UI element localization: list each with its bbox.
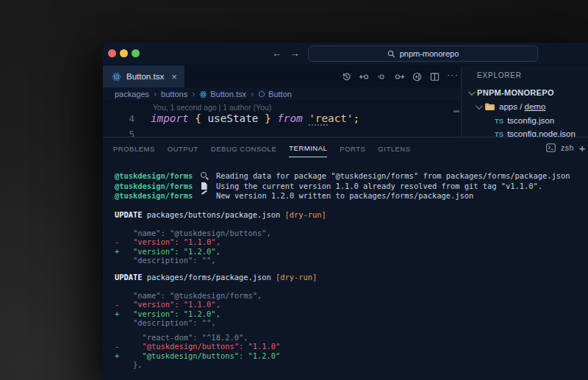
explorer-title: EXPLORER [477,71,522,79]
breadcrumb-file-label: Button.tsx [210,90,246,98]
more-actions-icon[interactable]: ··· [447,71,459,82]
terminal-line: "name": "@tuskdesign/forms", [115,291,317,300]
terminal-line: UPDATE packages/buttons/package.json [dr… [115,210,326,219]
root-folder-label: PNPM-MONOREPO [477,88,554,97]
next-change-icon[interactable] [394,71,405,82]
tab-ports[interactable]: PORTS [340,139,365,157]
upper-region: Button.tsx × [103,65,588,137]
zoom-window-button[interactable] [132,49,140,57]
history-icon[interactable] [341,71,352,82]
explorer-sidebar: EXPLORER PNPM-MONOREPO apps / demo TS ts… [461,65,588,137]
breadcrumb-symbol[interactable]: Button [258,90,292,98]
typescript-icon: TS [495,117,503,125]
line-number: 4 [103,111,135,126]
editor-column: Button.tsx × [103,65,461,137]
explorer-root-folder[interactable]: PNPM-MONOREPO [468,88,554,97]
title-bar[interactable]: ← → pnpm-monorepo [103,43,588,65]
folder-name-demo: demo [525,102,546,111]
split-editor-icon[interactable] [429,71,440,82]
traffic-lights [108,49,140,57]
terminal-icon [546,143,556,152]
react-icon [199,90,207,98]
terminal-line: @tuskdesign/forms New version 1.2.0 writ… [115,191,570,201]
terminal-line: UPDATE packages/forms/package.json [dry-… [115,273,317,282]
vscode-window: ← → pnpm-monorepo Button.tsx × [103,43,588,380]
tab-output[interactable]: OUTPUT [168,139,198,157]
breadcrumb-symbol-label: Button [268,90,292,98]
terminal-line: "name": "@tuskdesign/buttons", [115,229,326,237]
terminal-line: "description": "", [115,318,317,327]
chevron-right-icon: › [251,89,254,99]
terminal-line [115,219,326,228]
terminal-line [115,282,317,290]
search-icon [200,172,209,180]
new-terminal-icon[interactable]: + [579,142,586,154]
navigate-back-button[interactable]: ← [272,43,282,65]
shell-label[interactable]: zsh [561,143,574,152]
code-editor[interactable]: You, 1 second ago | 1 author (You) 4 imp… [103,101,461,137]
terminal-line: - "version": "1.1.0", [115,237,326,246]
breadcrumb-file[interactable]: Button.tsx [199,90,246,98]
desktop-background: ← → pnpm-monorepo Button.tsx × [0,0,588,380]
code-line-5: 5 [103,126,461,137]
chevron-down-icon[interactable] [468,88,476,96]
line-number: 5 [103,126,135,137]
terminal-line: + "@tuskdesign/buttons": "1.2.0" [115,351,280,360]
terminal-line: + "version": "1.2.0", [115,309,317,318]
terminal-line: "react-dom": "^18.2.0", [115,333,280,342]
breadcrumb-buttons[interactable]: buttons [161,90,187,98]
file-label: tsconfig.json [507,116,554,125]
chevron-right-icon: › [154,89,157,99]
react-icon [112,72,121,82]
chevron-down-icon[interactable] [476,102,483,110]
minimap-line-mark [453,110,459,112]
tab-terminal[interactable]: TERMINAL [289,138,327,157]
search-icon [387,50,395,58]
prev-change-icon[interactable] [359,71,370,82]
close-tab-icon[interactable]: × [171,71,177,82]
terminal-line: @tuskdesign/forms Reading data for packa… [115,171,570,182]
terminal-block-status: @tuskdesign/forms Reading data for packa… [115,171,570,201]
chevron-right-icon: › [192,89,195,99]
panel-tab-bar: PROBLEMS OUTPUT DEBUG CONSOLE TERMINAL P… [103,137,588,158]
breadcrumb: packages › buttons › Button.tsx › [103,87,461,101]
terminal-line: + "version": "1.2.0", [115,247,326,256]
bottom-panel: PROBLEMS OUTPUT DEBUG CONSOLE TERMINAL P… [103,137,588,380]
folder-open-icon [484,102,495,111]
pencil-icon [200,192,209,200]
compare-icon[interactable] [376,71,387,82]
terminal-line: "description": "", [115,256,326,265]
terminal-block-deps-diff: "react-dom": "^18.2.0",- "@tuskdesign/bu… [115,333,280,370]
run-icon[interactable] [412,71,423,82]
tab-label: Button.tsx [126,72,164,81]
symbol-class-icon [258,90,265,98]
editor-actions: ··· [341,65,459,87]
code-lines: 4 import { useState } from 'react'; 5 [103,111,461,137]
explorer-folder-apps-demo[interactable]: apps / demo [476,102,545,111]
code-line-4: 4 import { useState } from 'react'; [103,111,461,126]
explorer-file-tsconfig[interactable]: TS tsconfig.json [495,116,554,125]
tab-problems[interactable]: PROBLEMS [113,139,155,157]
terminal-line: @tuskdesign/forms Using the current vers… [115,182,570,192]
navigate-forward-button[interactable]: → [290,43,300,65]
tab-debug-console[interactable]: DEBUG CONSOLE [211,139,276,157]
minimize-window-button[interactable] [120,49,128,57]
breadcrumb-packages[interactable]: packages [115,90,149,98]
folder-label: apps / demo [499,102,545,111]
terminal-block-update-buttons: UPDATE packages/buttons/package.json [dr… [115,210,326,265]
tab-gitlens[interactable]: GITLENS [378,139,410,157]
terminal-shell-cluster: zsh + [546,137,586,158]
code-text: import { useState } from 'react'; [151,111,359,126]
terminal-block-update-forms: UPDATE packages/forms/package.json [dry-… [115,273,317,327]
tab-bar: Button.tsx × [103,65,461,87]
close-window-button[interactable] [108,49,116,57]
command-center-search[interactable]: pnpm-monorepo [308,46,538,62]
tab-button-tsx[interactable]: Button.tsx × [103,65,184,87]
search-value: pnpm-monorepo [400,49,459,58]
terminal-line: }, [115,360,280,369]
terminal-line: - "version": "1.1.0", [115,300,317,309]
terminal-line: - "@tuskdesign/buttons": "1.1.0" [115,342,280,351]
doc-icon [200,182,209,190]
